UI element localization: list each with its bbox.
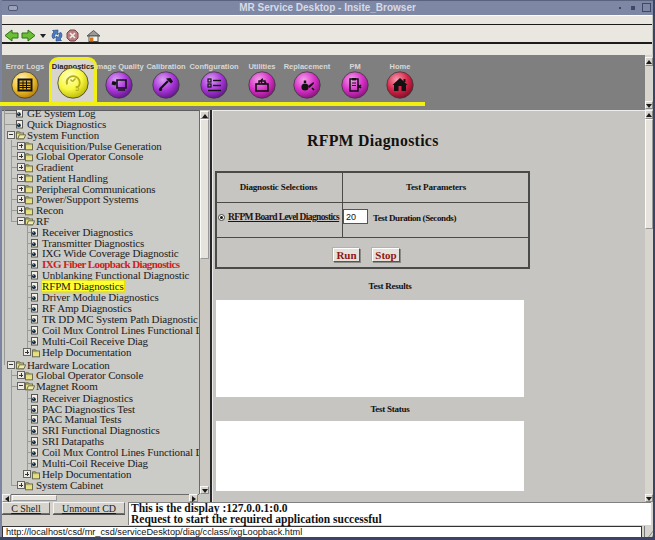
- svg-text:5: 5: [75, 85, 79, 92]
